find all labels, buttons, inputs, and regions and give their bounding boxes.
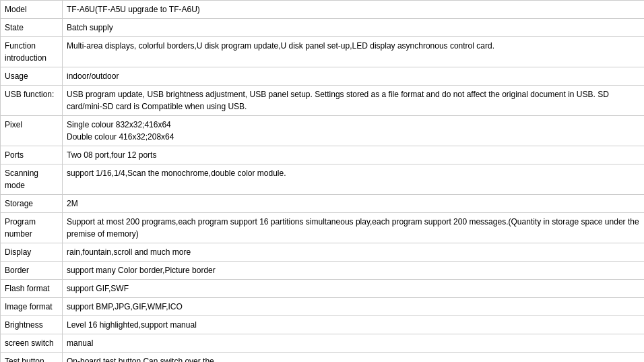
row-value: support GIF,SWF (63, 280, 645, 298)
row-label: Scanning mode (1, 164, 63, 195)
row-value: 2M (63, 195, 645, 213)
table-row: PixelSingle colour 832x32;416x64 Double … (1, 116, 645, 146)
row-label: Flash format (1, 280, 63, 298)
specs-table: ModelTF-A6U(TF-A5U upgrade to TF-A6U)Sta… (0, 0, 644, 362)
table-row: Flash formatsupport GIF,SWF (1, 280, 645, 298)
row-label: Program number (1, 213, 63, 243)
table-row: Scanning modesupport 1/16,1/4,Scan the m… (1, 164, 645, 195)
table-row: Image formatsupport BMP,JPG,GIF,WMF,ICO (1, 298, 645, 316)
row-value: support many Color border,Picture border (63, 262, 645, 280)
row-value: Two 08 port,four 12 ports (63, 146, 645, 164)
row-label: Storage (1, 195, 63, 213)
table-row: Bordersupport many Color border,Picture … (1, 262, 645, 280)
row-label: Image format (1, 298, 63, 316)
table-row: Test buttonOn-board test button,Can swit… (1, 353, 645, 363)
row-label: Brightness (1, 316, 63, 334)
table-row: BrightnessLevel 16 highlighted,support m… (1, 316, 645, 334)
row-value: On-board test button,Can switch over the (63, 353, 645, 363)
table-row: Function introductionMulti-area displays… (1, 37, 645, 67)
table-row: screen switchmanual (1, 334, 645, 353)
table-row: USB function:USB program update, USB bri… (1, 86, 645, 116)
row-value: Single colour 832x32;416x64 Double colou… (63, 116, 645, 146)
row-value: TF-A6U(TF-A5U upgrade to TF-A6U) (63, 1, 645, 19)
row-label: Function introduction (1, 37, 63, 67)
row-value: Level 16 highlighted,support manual (63, 316, 645, 334)
row-value: rain,fountain,scroll and much more (63, 243, 645, 262)
row-value: manual (63, 334, 645, 353)
row-label: State (1, 19, 63, 37)
table-row: ModelTF-A6U(TF-A5U upgrade to TF-A6U) (1, 1, 645, 19)
row-label: Pixel (1, 116, 63, 146)
row-value: Multi-area displays, colorful borders,U … (63, 37, 645, 67)
row-value: support BMP,JPG,GIF,WMF,ICO (63, 298, 645, 316)
row-label: Ports (1, 146, 63, 164)
row-value: USB program update, USB brightness adjus… (63, 86, 645, 116)
table-row: StateBatch supply (1, 19, 645, 37)
row-value: indoor/outdoor (63, 67, 645, 86)
row-value: support 1/16,1/4,Scan the monochrome,dou… (63, 164, 645, 195)
table-row: Storage2M (1, 195, 645, 213)
table-row: Displayrain,fountain,scroll and much mor… (1, 243, 645, 262)
row-label: USB function: (1, 86, 63, 116)
row-label: Border (1, 262, 63, 280)
row-label: Test button (1, 353, 63, 363)
row-value: Support at most 200 programs,each progra… (63, 213, 645, 243)
row-label: Usage (1, 67, 63, 86)
row-value: Batch supply (63, 19, 645, 37)
table-row: Program numberSupport at most 200 progra… (1, 213, 645, 243)
table-row: Usageindoor/outdoor (1, 67, 645, 86)
row-label: Display (1, 243, 63, 262)
table-row: PortsTwo 08 port,four 12 ports (1, 146, 645, 164)
row-label: screen switch (1, 334, 63, 353)
row-label: Model (1, 1, 63, 19)
